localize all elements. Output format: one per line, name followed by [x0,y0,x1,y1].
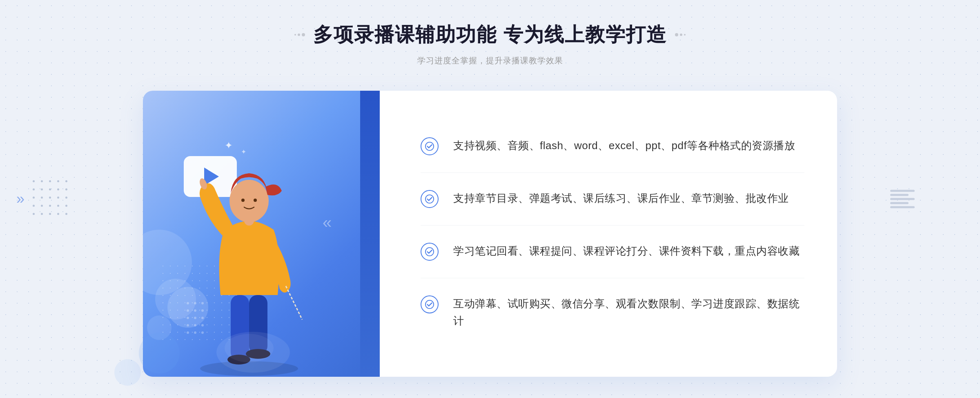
svg-point-30 [425,248,434,256]
side-dots-left [33,180,70,218]
svg-point-20 [187,324,189,326]
feature-item-1: 支持视频、音频、flash、word、excel、ppt、pdf等各种格式的资源… [421,120,804,173]
svg-point-31 [425,300,434,309]
decorative-dots-left [294,33,305,36]
feature-item-2: 支持章节目录、弹题考试、课后练习、课后作业、章节测验、批改作业 [421,173,804,226]
svg-point-23 [187,331,189,334]
check-icon-4 [421,295,439,313]
features-panel: 支持视频、音频、flash、word、excel、ppt、pdf等各种格式的资源… [380,91,837,377]
illustration-panel: ✦ ✦ [143,91,380,377]
check-icon-1 [421,137,439,155]
bottom-deco-circle-1 [139,333,180,373]
blue-accent-bar [360,91,380,377]
left-nav-arrow[interactable]: » [16,190,24,208]
page-subtitle: 学习进度全掌握，提升录播课教学效果 [294,55,685,66]
svg-point-25 [201,331,204,334]
svg-point-22 [201,324,204,326]
title-row: 多项录播课辅助功能 专为线上教学打造 [294,22,685,48]
decorative-dots-right [675,33,686,36]
feature-text-1: 支持视频、音频、flash、word、excel、ppt、pdf等各种格式的资源… [453,137,795,154]
bottom-circle-large [155,279,196,320]
feature-item-3: 学习笔记回看、课程提问、课程评论打分、课件资料下载，重点内容收藏 [421,226,804,278]
check-icon-2 [421,190,439,208]
svg-point-18 [194,317,196,319]
check-icon-3 [421,243,439,261]
svg-point-13 [201,302,204,304]
svg-point-19 [201,317,204,319]
page-title: 多项录播课辅助功能 专为线上教学打造 [313,22,666,48]
svg-point-17 [187,317,189,319]
svg-point-21 [194,324,196,326]
svg-point-27 [225,334,274,362]
svg-point-7 [229,180,269,222]
svg-point-15 [194,309,196,312]
svg-point-24 [194,331,196,334]
bottom-deco-circle-2 [114,359,141,386]
feature-text-3: 学习笔记回看、课程提问、课程评论打分、课件资料下载，重点内容收藏 [453,243,800,260]
feature-text-2: 支持章节目录、弹题考试、课后练习、课后作业、章节测验、批改作业 [453,190,789,207]
svg-point-8 [241,199,245,202]
svg-point-9 [254,199,257,202]
header-section: 多项录播课辅助功能 专为线上教学打造 学习进度全掌握，提升录播课教学效果 [294,22,685,66]
svg-line-5 [286,286,302,320]
person-illustration [167,140,331,377]
svg-point-29 [425,195,434,203]
main-card: ✦ ✦ [143,91,837,377]
feature-item-4: 互动弹幕、试听购买、微信分享、观看次数限制、学习进度跟踪、数据统计 [421,278,804,347]
svg-point-16 [201,309,204,312]
deco-bars-right [890,190,915,208]
feature-text-4: 互动弹幕、试听购买、微信分享、观看次数限制、学习进度跟踪、数据统计 [453,295,804,329]
page-wrapper: » 多项录播课辅助功能 专为线上教学打造 学习进度全掌握，提升录播课教学效果 ✦… [0,0,980,398]
person-svg [167,140,331,377]
svg-point-28 [425,142,434,150]
